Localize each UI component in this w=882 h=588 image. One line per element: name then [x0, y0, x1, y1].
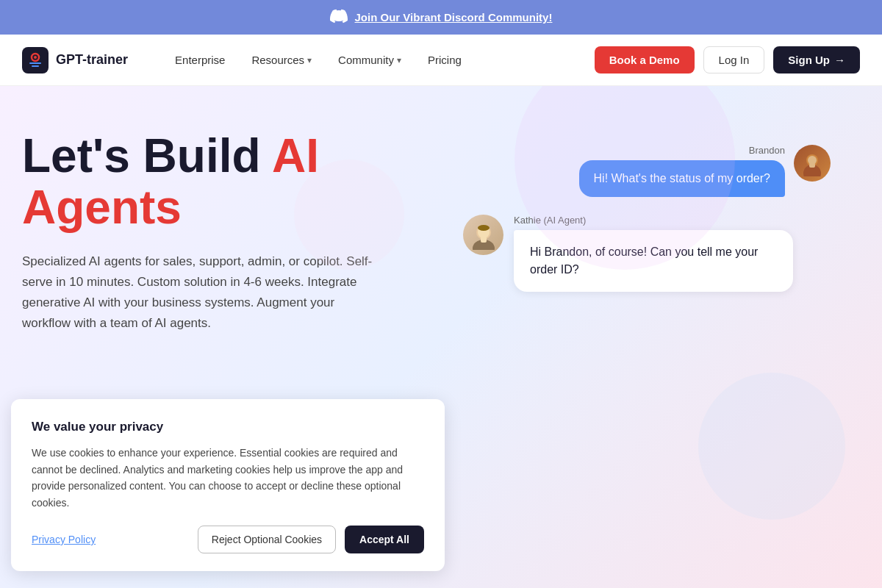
svg-rect-12	[481, 237, 487, 243]
cookie-actions: Privacy Policy Reject Optional Cookies A…	[32, 526, 424, 553]
kathie-agent-name: Kathie (AI Agent)	[514, 215, 793, 226]
cookie-title: We value your privacy	[32, 420, 424, 434]
brandon-chat-content: Brandon Hi! What's the status of my orde…	[579, 145, 785, 197]
book-demo-button[interactable]: Book a Demo	[595, 46, 695, 74]
brandon-username: Brandon	[579, 145, 785, 156]
login-button[interactable]: Log In	[703, 46, 765, 74]
hero-right: Brandon Hi! What's the status of my orde…	[426, 130, 860, 588]
hero-title: Let's Build AI Agents	[22, 130, 426, 234]
arrow-right-icon: →	[834, 54, 845, 66]
community-chevron-icon: ▾	[397, 55, 401, 65]
svg-rect-8	[809, 163, 815, 168]
navbar: GPT-trainer Enterprise Resources ▾ Commu…	[0, 35, 882, 86]
accept-cookies-button[interactable]: Accept All	[345, 526, 424, 553]
discord-icon	[330, 7, 348, 27]
privacy-policy-link[interactable]: Privacy Policy	[32, 534, 96, 545]
kathie-chat-content: Kathie (AI Agent) Hi Brandon, of course!…	[514, 215, 793, 292]
brandon-chat-row: Brandon Hi! What's the status of my orde…	[463, 145, 831, 197]
nav-links: Enterprise Resources ▾ Community ▾ Prici…	[165, 48, 595, 72]
logo-text: GPT-trainer	[56, 52, 128, 68]
svg-point-13	[478, 225, 490, 231]
chat-demo: Brandon Hi! What's the status of my orde…	[463, 145, 831, 292]
nav-pricing[interactable]: Pricing	[417, 48, 472, 72]
brandon-message: Hi! What's the status of my order?	[579, 160, 785, 197]
kathie-avatar	[463, 215, 503, 255]
nav-resources[interactable]: Resources ▾	[241, 48, 322, 72]
signup-button[interactable]: Sign Up →	[773, 46, 860, 74]
nav-enterprise[interactable]: Enterprise	[165, 48, 235, 72]
top-banner: Join Our Vibrant Discord Community!	[0, 0, 882, 35]
kathie-chat-row: Kathie (AI Agent) Hi Brandon, of course!…	[463, 215, 831, 292]
cookie-banner: We value your privacy We use cookies to …	[11, 399, 445, 571]
hero-section: Let's Build AI Agents Specialized AI age…	[0, 86, 882, 588]
logo[interactable]: GPT-trainer	[22, 47, 128, 74]
svg-point-2	[34, 56, 37, 59]
reject-cookies-button[interactable]: Reject Optional Cookies	[198, 526, 336, 553]
nav-actions: Book a Demo Log In Sign Up →	[595, 46, 860, 74]
resources-chevron-icon: ▾	[307, 55, 312, 65]
nav-community[interactable]: Community ▾	[328, 48, 412, 72]
discord-link[interactable]: Join Our Vibrant Discord Community!	[355, 11, 553, 24]
hero-subtitle: Specialized AI agents for sales, support…	[22, 251, 375, 334]
kathie-message: Hi Brandon, of course! Can you tell me y…	[514, 230, 793, 292]
cookie-body: We use cookies to enhance your experienc…	[32, 445, 424, 511]
brandon-avatar	[794, 145, 831, 182]
